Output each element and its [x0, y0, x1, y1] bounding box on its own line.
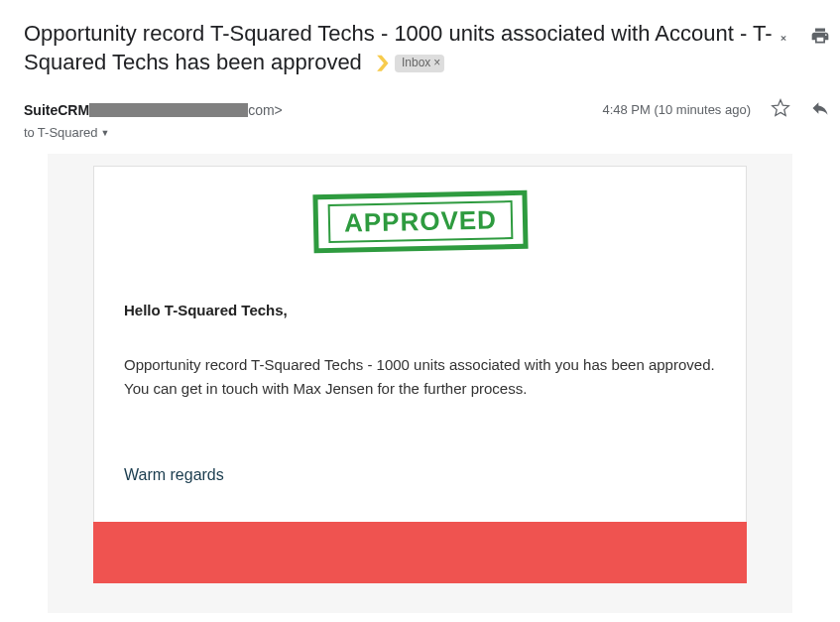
inbox-label-chip[interactable]: Inbox ×: [395, 55, 444, 72]
email-body-wrapper: APPROVED Hello T-Squared Techs, Opportun…: [48, 154, 792, 613]
body-text: Opportunity record T-Squared Techs - 100…: [124, 353, 716, 400]
reply-icon[interactable]: [810, 98, 830, 121]
recipient-details-dropdown-icon[interactable]: ▼: [101, 128, 110, 138]
email-subject: Opportunity record T-Squared Techs - 100…: [24, 20, 779, 76]
recipient-name: T-Squared: [38, 125, 98, 140]
important-marker-icon[interactable]: ❯: [374, 53, 391, 73]
email-card: APPROVED Hello T-Squared Techs, Opportun…: [93, 166, 747, 583]
recipient-line[interactable]: to T-Squared ▼: [0, 123, 840, 154]
sender-domain: com>: [248, 102, 283, 118]
recipient-prefix: to: [24, 125, 35, 140]
greeting-text: Hello T-Squared Techs,: [124, 299, 716, 321]
collapse-icon[interactable]: ⌄⌄: [779, 32, 788, 44]
sender-name: SuiteCRM: [24, 102, 89, 118]
stamp-text: APPROVED: [327, 200, 513, 243]
remove-label-icon[interactable]: ×: [433, 56, 440, 71]
card-footer: [93, 522, 747, 583]
sender-address-redacted: [89, 103, 248, 117]
print-icon[interactable]: [810, 26, 830, 50]
email-timestamp: 4:48 PM (10 minutes ago): [602, 102, 751, 117]
inbox-label-text: Inbox: [402, 56, 430, 71]
star-icon[interactable]: [771, 98, 790, 121]
signoff-text: Warm regards: [124, 463, 716, 488]
approved-stamp: APPROVED: [94, 167, 746, 265]
